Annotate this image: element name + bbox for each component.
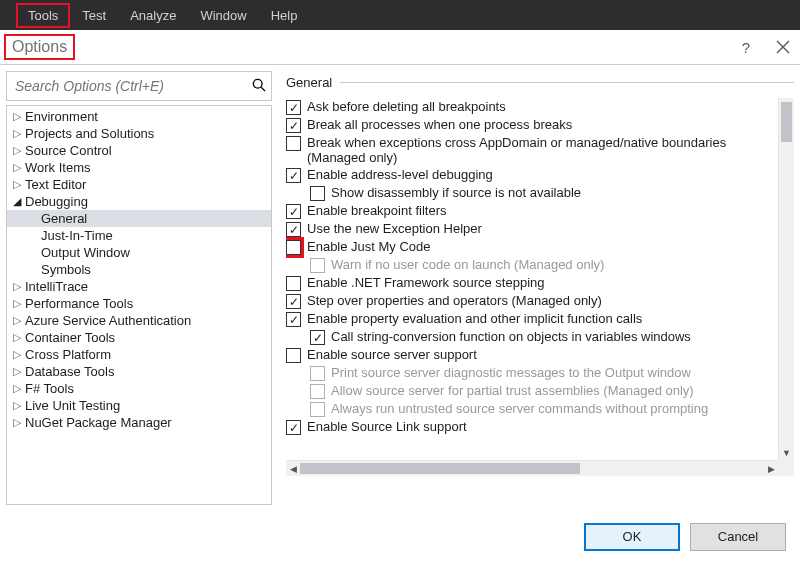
- option-row: Enable Source Link support: [286, 418, 780, 436]
- checkbox[interactable]: [286, 136, 301, 151]
- tree-item-environment[interactable]: ▷Environment: [7, 108, 271, 125]
- chevron-right-icon[interactable]: ▷: [11, 382, 23, 395]
- tree-item-performance-tools[interactable]: ▷Performance Tools: [7, 295, 271, 312]
- menu-tools[interactable]: Tools: [16, 3, 70, 28]
- option-row: Call string-conversion function on objec…: [286, 328, 780, 346]
- option-row: Step over properties and operators (Mana…: [286, 292, 780, 310]
- tree-item-label: Just-In-Time: [41, 228, 113, 243]
- tree-item-label: Projects and Solutions: [25, 126, 154, 141]
- tree-item-source-control[interactable]: ▷Source Control: [7, 142, 271, 159]
- checkbox[interactable]: [286, 118, 301, 133]
- tree-item-text-editor[interactable]: ▷Text Editor: [7, 176, 271, 193]
- option-row: Enable address-level debugging: [286, 166, 780, 184]
- checkbox[interactable]: [310, 330, 325, 345]
- tree-item-label: Live Unit Testing: [25, 398, 120, 413]
- chevron-right-icon[interactable]: ▷: [11, 110, 23, 123]
- tree-item-label: NuGet Package Manager: [25, 415, 172, 430]
- scroll-thumb[interactable]: [781, 102, 792, 142]
- chevron-right-icon[interactable]: ▷: [11, 280, 23, 293]
- tree-item-azure-service-authentication[interactable]: ▷Azure Service Authentication: [7, 312, 271, 329]
- dialog-titlebar: Options ?: [0, 30, 800, 65]
- scroll-down-icon[interactable]: ▼: [779, 446, 794, 460]
- option-label: Ask before deleting all breakpoints: [307, 99, 506, 114]
- checkbox[interactable]: [286, 276, 301, 291]
- ok-button[interactable]: OK: [584, 523, 680, 551]
- option-row: Print source server diagnostic messages …: [286, 364, 780, 382]
- chevron-right-icon[interactable]: ▷: [11, 178, 23, 191]
- checkbox[interactable]: [286, 100, 301, 115]
- option-label: Enable .NET Framework source stepping: [307, 275, 544, 290]
- tree-item-just-in-time[interactable]: Just-In-Time: [7, 227, 271, 244]
- option-label: Always run untrusted source server comma…: [331, 401, 708, 416]
- tree-item-label: General: [41, 211, 87, 226]
- scroll-corner: [778, 460, 794, 476]
- search-input[interactable]: [7, 74, 247, 98]
- option-label: Enable source server support: [307, 347, 477, 362]
- checkbox[interactable]: [286, 294, 301, 309]
- dialog-title: Options: [6, 36, 73, 58]
- tree-item-output-window[interactable]: Output Window: [7, 244, 271, 261]
- chevron-right-icon[interactable]: ▷: [11, 144, 23, 157]
- tree-item-cross-platform[interactable]: ▷Cross Platform: [7, 346, 271, 363]
- tree-item-general[interactable]: General: [7, 210, 271, 227]
- tree-item-intellitrace[interactable]: ▷IntelliTrace: [7, 278, 271, 295]
- option-row: Enable breakpoint filters: [286, 202, 780, 220]
- chevron-right-icon[interactable]: ▷: [11, 348, 23, 361]
- search-box[interactable]: [6, 71, 272, 101]
- checkbox[interactable]: [286, 240, 301, 255]
- tree-item-container-tools[interactable]: ▷Container Tools: [7, 329, 271, 346]
- option-row: Enable Just My Code: [286, 238, 780, 256]
- chevron-right-icon[interactable]: ▷: [11, 297, 23, 310]
- chevron-right-icon[interactable]: ▷: [11, 127, 23, 140]
- tree-item-nuget-package-manager[interactable]: ▷NuGet Package Manager: [7, 414, 271, 431]
- chevron-right-icon[interactable]: ▷: [11, 416, 23, 429]
- scroll-thumb[interactable]: [300, 463, 580, 474]
- tree-item-f-tools[interactable]: ▷F# Tools: [7, 380, 271, 397]
- chevron-right-icon[interactable]: ▷: [11, 399, 23, 412]
- option-row: Break when exceptions cross AppDomain or…: [286, 134, 780, 166]
- menu-test[interactable]: Test: [70, 3, 118, 28]
- menu-analyze[interactable]: Analyze: [118, 3, 188, 28]
- category-tree[interactable]: ▷Environment▷Projects and Solutions▷Sour…: [6, 105, 272, 505]
- close-icon[interactable]: [776, 40, 790, 54]
- option-row: Show disassembly if source is not availa…: [286, 184, 780, 202]
- section-divider: [340, 82, 794, 83]
- horizontal-scrollbar[interactable]: ◀ ▶: [286, 460, 778, 476]
- checkbox[interactable]: [286, 168, 301, 183]
- cancel-button[interactable]: Cancel: [690, 523, 786, 551]
- checkbox[interactable]: [286, 222, 301, 237]
- checkbox[interactable]: [286, 420, 301, 435]
- help-icon[interactable]: ?: [742, 39, 750, 56]
- tree-item-label: Environment: [25, 109, 98, 124]
- tree-item-live-unit-testing[interactable]: ▷Live Unit Testing: [7, 397, 271, 414]
- chevron-right-icon[interactable]: ▷: [11, 314, 23, 327]
- option-label: Allow source server for partial trust as…: [331, 383, 694, 398]
- scroll-right-icon[interactable]: ▶: [764, 461, 778, 476]
- chevron-right-icon[interactable]: ▷: [11, 365, 23, 378]
- tree-item-symbols[interactable]: Symbols: [7, 261, 271, 278]
- menu-help[interactable]: Help: [259, 3, 310, 28]
- tree-item-work-items[interactable]: ▷Work Items: [7, 159, 271, 176]
- chevron-right-icon[interactable]: ▷: [11, 331, 23, 344]
- option-label: Show disassembly if source is not availa…: [331, 185, 581, 200]
- chevron-down-icon[interactable]: ◢: [11, 195, 23, 208]
- vertical-scrollbar[interactable]: ▲ ▼: [778, 98, 794, 460]
- svg-point-2: [253, 79, 262, 88]
- checkbox[interactable]: [286, 312, 301, 327]
- tree-item-projects-and-solutions[interactable]: ▷Projects and Solutions: [7, 125, 271, 142]
- tree-item-debugging[interactable]: ◢Debugging: [7, 193, 271, 210]
- section-heading: General: [286, 75, 332, 90]
- checkbox: [310, 384, 325, 399]
- tree-item-database-tools[interactable]: ▷Database Tools: [7, 363, 271, 380]
- option-label: Enable breakpoint filters: [307, 203, 446, 218]
- scroll-left-icon[interactable]: ◀: [286, 461, 300, 476]
- menu-window[interactable]: Window: [188, 3, 258, 28]
- option-row: Enable property evaluation and other imp…: [286, 310, 780, 328]
- checkbox[interactable]: [286, 204, 301, 219]
- checkbox[interactable]: [310, 186, 325, 201]
- checkbox[interactable]: [286, 348, 301, 363]
- option-label: Enable property evaluation and other imp…: [307, 311, 642, 326]
- search-icon[interactable]: [247, 78, 271, 95]
- chevron-right-icon[interactable]: ▷: [11, 161, 23, 174]
- tree-item-label: Text Editor: [25, 177, 86, 192]
